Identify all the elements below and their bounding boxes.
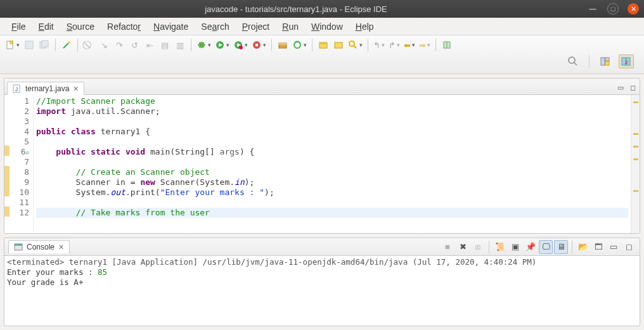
forward-button[interactable]: ➡ [418, 38, 432, 52]
code-line[interactable] [36, 157, 628, 167]
save-all-button[interactable] [37, 38, 51, 52]
window-minimize-button[interactable] [587, 3, 598, 15]
run-last-button[interactable] [232, 38, 249, 52]
external-tools-button[interactable] [250, 38, 267, 52]
window-close-button[interactable] [628, 3, 639, 15]
svg-text:J: J [15, 86, 18, 92]
menu-file[interactable]: File [6, 19, 31, 34]
minimize-pane-icon[interactable]: ▭ [616, 84, 625, 92]
code-line[interactable] [36, 198, 628, 208]
open-task-button[interactable] [332, 38, 345, 52]
prev-annotation-button[interactable]: ↰ [372, 38, 386, 52]
search-button[interactable] [347, 38, 364, 52]
menu-refactor[interactable]: Refactor [102, 19, 146, 34]
new-console-icon[interactable]: 🗔 [591, 240, 605, 254]
pin-icon[interactable]: 📌 [524, 240, 538, 254]
window-maximize-button[interactable] [607, 3, 619, 15]
line-number[interactable]: 11 [10, 198, 29, 208]
new-package-button[interactable] [276, 38, 290, 52]
show-console-icon[interactable]: ▣ [508, 240, 522, 254]
window-title: javacode - tutorials/src/ternary1.java -… [5, 4, 587, 14]
line-number[interactable]: 7 [10, 157, 29, 167]
maximize-pane-icon[interactable]: ◻ [629, 84, 637, 92]
skip-breakpoints-icon[interactable]: ⃠ [82, 38, 96, 52]
open-type-button[interactable] [316, 38, 330, 52]
step-return-icon[interactable]: ↺ [127, 38, 141, 52]
editor-tab-ternary1[interactable]: J ternary1.java ✕ [7, 82, 84, 95]
menu-navigate[interactable]: Navigate [148, 19, 193, 34]
menu-run[interactable]: Run [277, 19, 304, 34]
line-number[interactable]: 9 [10, 177, 29, 187]
code-line[interactable]: import java.util.Scanner; [36, 106, 628, 117]
code-line[interactable]: public static void main(String[] args) { [36, 147, 628, 157]
back-button[interactable]: ⬅ [402, 38, 416, 52]
code-line[interactable]: Scanner in = new Scanner(System.in); [36, 177, 628, 187]
marker [4, 146, 10, 156]
marker [4, 196, 10, 206]
debug-button[interactable] [195, 38, 212, 52]
suspend-icon[interactable]: ▥ [173, 38, 187, 52]
scroll-lock-icon[interactable]: 📜 [493, 240, 507, 254]
new-button[interactable] [4, 38, 21, 52]
display2-icon[interactable]: 🖥 [554, 240, 568, 254]
open-console-icon[interactable]: 📂 [576, 240, 590, 254]
svg-rect-17 [255, 44, 258, 46]
code-line[interactable]: //Import Scanner package [36, 96, 628, 106]
overview-ruler[interactable] [631, 95, 640, 233]
pin-editor-button[interactable] [440, 38, 454, 52]
java-file-icon: J [13, 84, 22, 93]
code-line[interactable]: public class ternary1 { [36, 127, 628, 137]
close-console-icon[interactable]: ✕ [58, 243, 64, 251]
console-output[interactable]: <terminated> ternary1 [Java Application]… [4, 256, 640, 326]
svg-rect-30 [601, 58, 605, 65]
wand-icon[interactable] [60, 38, 74, 52]
line-number[interactable]: 10 [10, 187, 29, 198]
svg-text:J: J [625, 60, 628, 65]
code-line[interactable] [36, 137, 628, 147]
code-line[interactable]: // Take marks from the user [36, 208, 628, 218]
line-number[interactable]: 8 [10, 167, 29, 177]
new-class-button[interactable] [291, 38, 308, 52]
java-perspective-button[interactable]: J [619, 54, 634, 68]
resume-icon[interactable]: ▤ [158, 38, 172, 52]
menu-search[interactable]: Search [196, 19, 234, 34]
menu-project[interactable]: Project [237, 19, 275, 34]
line-number[interactable]: 3 [10, 117, 29, 127]
display-icon[interactable]: 🖵 [539, 240, 553, 254]
line-number[interactable]: 1 [10, 96, 29, 106]
save-button[interactable] [22, 38, 36, 52]
marker [4, 186, 10, 196]
menu-source[interactable]: Source [61, 19, 100, 34]
code-line[interactable]: // Create an Scanner object [36, 167, 628, 177]
menu-window[interactable]: Window [306, 19, 348, 34]
code-editor[interactable]: 123456⊖789101112 //Import Scanner packag… [4, 95, 640, 233]
code-line[interactable] [36, 117, 628, 127]
remove-icon[interactable]: ✖ [456, 240, 470, 254]
marker [4, 206, 10, 217]
min-icon[interactable]: ▭ [607, 240, 621, 254]
remove-all-icon[interactable]: ⦻ [471, 240, 485, 254]
line-number[interactable]: 5 [10, 137, 29, 147]
step-into-icon[interactable]: ↘ [97, 38, 111, 52]
svg-rect-39 [15, 244, 22, 246]
next-annotation-button[interactable]: ↱ [387, 38, 401, 52]
menu-help[interactable]: Help [351, 19, 379, 34]
marker [4, 176, 10, 186]
menu-edit[interactable]: Edit [34, 19, 59, 34]
line-number[interactable]: 4 [10, 127, 29, 137]
terminate-icon[interactable]: ■ [441, 240, 454, 254]
line-number[interactable]: 12 [10, 208, 29, 218]
drop-frame-icon[interactable]: ⇤ [143, 38, 157, 52]
quick-access-search-icon[interactable] [566, 54, 580, 68]
marker [4, 95, 10, 105]
svg-point-28 [569, 57, 575, 63]
max-icon[interactable]: ◻ [622, 240, 636, 254]
open-perspective-button[interactable] [598, 54, 612, 68]
step-over-icon[interactable]: ↷ [112, 38, 126, 52]
close-tab-icon[interactable]: ✕ [73, 85, 79, 93]
console-tab[interactable]: Console ✕ [8, 240, 70, 253]
code-line[interactable]: System.out.print("Enter your marks : "); [36, 187, 628, 198]
run-button[interactable] [214, 38, 231, 52]
line-number[interactable]: 6⊖ [10, 147, 29, 157]
line-number[interactable]: 2 [10, 106, 29, 117]
